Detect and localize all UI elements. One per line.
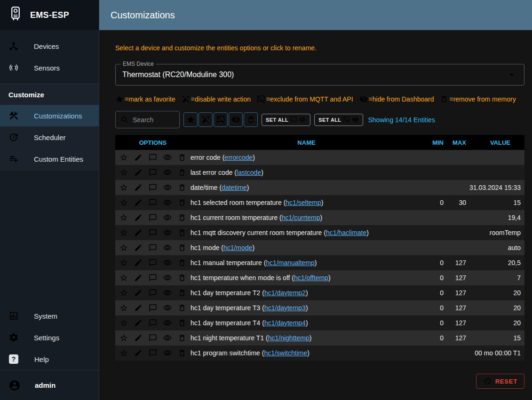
entity-name[interactable]: error code (errorcode): [191, 154, 422, 161]
delete-button[interactable]: [176, 182, 188, 193]
visibility-button[interactable]: [162, 167, 173, 178]
sidebar-item-scheduler[interactable]: Scheduler: [0, 126, 99, 148]
filter-favorite-toggle[interactable]: [183, 112, 198, 127]
favorite-star-button[interactable]: [118, 182, 129, 193]
visibility-button[interactable]: [162, 227, 173, 238]
entity-name[interactable]: hc1 mqtt discovery current room temperat…: [191, 229, 422, 236]
entity-shortname-link[interactable]: hc1/haclimate: [326, 229, 366, 236]
search-input[interactable]: [133, 116, 173, 124]
delete-button[interactable]: [176, 227, 188, 238]
entity-name[interactable]: date/time (datetime): [191, 184, 422, 191]
visibility-button[interactable]: [162, 242, 173, 253]
delete-button[interactable]: [176, 197, 188, 208]
user-menu[interactable]: admin: [0, 370, 99, 400]
mqtt-exclude-button[interactable]: [147, 272, 159, 283]
filter-remove-memory-toggle[interactable]: [244, 112, 258, 127]
entity-shortname-link[interactable]: hc1/offtemp: [294, 274, 328, 282]
entity-name[interactable]: hc1 day temperature T4 (hc1/daytemp4): [191, 319, 422, 327]
delete-button[interactable]: [176, 152, 188, 163]
favorite-star-button[interactable]: [118, 167, 129, 178]
sidebar-item-customizations[interactable]: Customizations: [0, 105, 99, 126]
entity-shortname-link[interactable]: hc1/manualtemp: [266, 259, 315, 267]
mqtt-exclude-button[interactable]: [147, 287, 159, 298]
table-row[interactable]: hc1 manual temperature (hc1/manualtemp) …: [115, 255, 524, 270]
visibility-button[interactable]: [162, 182, 173, 193]
entity-name[interactable]: hc1 day temperature T2 (hc1/daytemp2): [191, 289, 422, 297]
visibility-button[interactable]: [162, 152, 173, 163]
entity-name[interactable]: hc1 current room temperature (hc1/currte…: [191, 214, 422, 221]
edit-entity-button[interactable]: [133, 242, 144, 253]
table-row[interactable]: date/time (datetime) 31.03.2024 15:33: [115, 180, 524, 195]
edit-entity-button[interactable]: [133, 287, 144, 298]
sidebar-item-help[interactable]: ? Help: [0, 348, 99, 370]
favorite-star-button[interactable]: [118, 317, 129, 329]
visibility-button[interactable]: [162, 332, 173, 344]
search-box[interactable]: [115, 111, 180, 128]
entity-shortname-link[interactable]: hc1/mode: [223, 244, 252, 251]
mqtt-exclude-button[interactable]: [147, 302, 159, 314]
mqtt-exclude-button[interactable]: [147, 212, 159, 223]
set-all-show-button[interactable]: SET ALL: [262, 114, 310, 126]
entity-name[interactable]: last error code (lastcode): [191, 169, 422, 176]
edit-entity-button[interactable]: [133, 197, 144, 208]
entity-shortname-link[interactable]: hc1/daytemp3: [264, 304, 306, 312]
edit-entity-button[interactable]: [133, 332, 144, 344]
table-row[interactable]: hc1 program switchtime (hc1/switchtime) …: [115, 345, 524, 361]
visibility-button[interactable]: [162, 257, 173, 268]
edit-entity-button[interactable]: [133, 227, 144, 238]
mqtt-exclude-button[interactable]: [147, 257, 159, 268]
entity-shortname-link[interactable]: hc1/daytemp4: [264, 319, 306, 327]
reset-button[interactable]: RESET: [476, 374, 524, 389]
visibility-button[interactable]: [162, 347, 173, 359]
table-row[interactable]: hc1 mqtt discovery current room temperat…: [115, 225, 524, 240]
filter-disable-write-toggle[interactable]: [199, 112, 213, 127]
delete-button[interactable]: [176, 332, 188, 344]
delete-button[interactable]: [176, 167, 188, 178]
table-row[interactable]: error code (errorcode): [115, 150, 524, 165]
table-row[interactable]: hc1 mode (hc1/mode) auto: [115, 240, 524, 255]
favorite-star-button[interactable]: [118, 152, 129, 163]
filter-hide-dashboard-toggle[interactable]: [229, 112, 243, 127]
visibility-button[interactable]: [162, 197, 173, 208]
favorite-star-button[interactable]: [118, 257, 129, 268]
sidebar-item-settings[interactable]: Settings: [0, 327, 99, 348]
mqtt-exclude-button[interactable]: [147, 152, 159, 163]
edit-entity-button[interactable]: [133, 317, 144, 329]
delete-button[interactable]: [176, 257, 188, 268]
edit-entity-button[interactable]: [133, 167, 144, 178]
delete-button[interactable]: [176, 242, 188, 253]
entity-shortname-link[interactable]: errorcode: [224, 154, 253, 161]
sidebar-item-devices[interactable]: Devices: [0, 35, 99, 57]
edit-entity-button[interactable]: [133, 347, 144, 359]
table-row[interactable]: hc1 day temperature T4 (hc1/daytemp4) 0 …: [115, 315, 524, 330]
favorite-star-button[interactable]: [118, 212, 129, 223]
edit-entity-button[interactable]: [133, 212, 144, 223]
edit-entity-button[interactable]: [133, 272, 144, 283]
table-row[interactable]: hc1 day temperature T2 (hc1/daytemp2) 0 …: [115, 285, 524, 300]
favorite-star-button[interactable]: [118, 347, 129, 359]
entity-shortname-link[interactable]: hc1/currtemp: [282, 214, 320, 221]
mqtt-exclude-button[interactable]: [147, 347, 159, 359]
delete-button[interactable]: [176, 317, 188, 329]
mqtt-exclude-button[interactable]: [147, 167, 159, 178]
table-row[interactable]: last error code (lastcode): [115, 165, 524, 180]
set-all-hide-button[interactable]: SET ALL: [314, 114, 363, 126]
edit-entity-button[interactable]: [133, 257, 144, 268]
table-row[interactable]: hc1 temperature when mode is off (hc1/of…: [115, 270, 524, 285]
sidebar-item-custom-entities[interactable]: Custom Entities: [0, 148, 99, 170]
filter-exclude-mqtt-toggle[interactable]: [214, 112, 228, 127]
mqtt-exclude-button[interactable]: [147, 182, 159, 193]
delete-button[interactable]: [176, 212, 188, 223]
mqtt-exclude-button[interactable]: [147, 197, 159, 208]
visibility-button[interactable]: [162, 287, 173, 298]
table-row[interactable]: hc1 day temperature T3 (hc1/daytemp3) 0 …: [115, 300, 524, 315]
entity-name[interactable]: hc1 night temperature T1 (hc1/nighttemp): [191, 334, 422, 342]
favorite-star-button[interactable]: [118, 227, 129, 238]
delete-button[interactable]: [176, 272, 188, 283]
entity-shortname-link[interactable]: hc1/daytemp2: [264, 289, 306, 297]
entity-name[interactable]: hc1 temperature when mode is off (hc1/of…: [191, 274, 422, 282]
favorite-star-button[interactable]: [118, 287, 129, 298]
visibility-button[interactable]: [162, 317, 173, 329]
delete-button[interactable]: [176, 347, 188, 359]
entity-shortname-link[interactable]: hc1/nighttemp: [268, 334, 310, 342]
